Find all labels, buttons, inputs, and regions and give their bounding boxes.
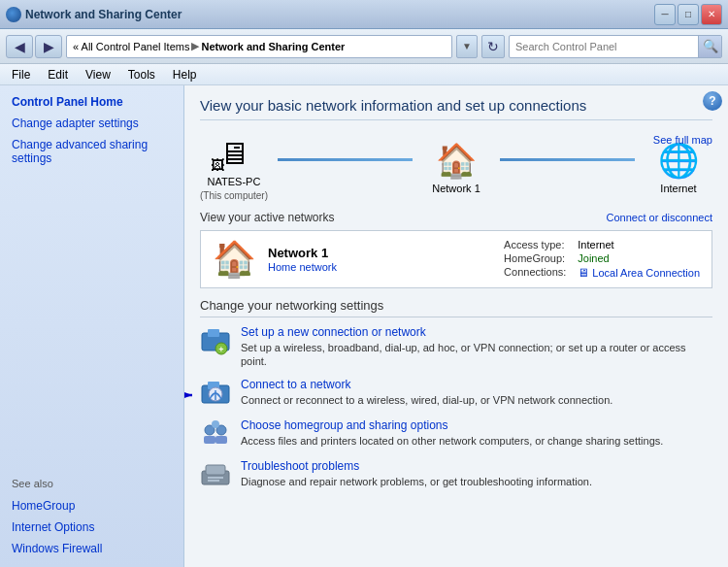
setting-item-2: Choose homegroup and sharing options Acc… bbox=[200, 418, 712, 450]
access-type-label: Access type: bbox=[504, 239, 566, 250]
connections-value[interactable]: 🖥 Local Area Connection bbox=[578, 266, 700, 280]
search-box: 🔍 bbox=[509, 35, 722, 58]
setting-item-3: Troubleshoot problems Diagnose and repai… bbox=[200, 459, 712, 490]
window-controls[interactable]: ─ □ ✕ bbox=[654, 4, 722, 25]
setting-desc-0: Set up a wireless, broadband, dial-up, a… bbox=[241, 342, 686, 367]
title-bar: Network and Sharing Center ─ □ ✕ bbox=[0, 0, 728, 29]
pc-label: NATES-PC bbox=[208, 176, 261, 187]
network-line-1 bbox=[278, 158, 413, 161]
minimize-button[interactable]: ─ bbox=[654, 4, 676, 25]
search-input[interactable] bbox=[510, 41, 698, 52]
active-network-box: 🏠 Network 1 Home network Access type: In… bbox=[200, 230, 712, 288]
address-part1: « All Control Panel Items bbox=[73, 41, 189, 52]
setting-icon-1 bbox=[200, 378, 231, 409]
network-house-icon: 🏠 bbox=[213, 239, 256, 280]
internet-icon: 🌐 bbox=[655, 141, 702, 180]
homegroup-value[interactable]: Joined bbox=[578, 252, 700, 264]
content-area: ? View your basic network information an… bbox=[184, 85, 728, 567]
menu-edit[interactable]: Edit bbox=[40, 66, 76, 83]
help-icon[interactable]: ? bbox=[703, 91, 722, 111]
net-node-internet: 🌐 Internet bbox=[645, 141, 712, 194]
setting-link-3[interactable]: Troubleshoot problems bbox=[241, 459, 712, 473]
setting-link-0[interactable]: Set up a new connection or network bbox=[241, 325, 712, 339]
svg-rect-13 bbox=[215, 436, 227, 444]
setting-icon-0: + bbox=[200, 325, 231, 356]
setting-desc-1: Connect or reconnect to a wireless, wire… bbox=[241, 394, 612, 406]
connect-disconnect-link[interactable]: Connect or disconnect bbox=[607, 212, 712, 223]
see-full-map-link[interactable]: See full map bbox=[653, 134, 712, 146]
menu-view[interactable]: View bbox=[78, 66, 118, 83]
address-separator: ▶ bbox=[191, 40, 199, 52]
address-dropdown[interactable]: ▼ bbox=[456, 35, 478, 58]
nav-buttons: ◀ ▶ bbox=[6, 35, 62, 58]
sidebar-see-also-label: See also bbox=[12, 478, 172, 489]
main-layout: Control Panel Home Change adapter settin… bbox=[0, 85, 728, 567]
homegroup-label: HomeGroup: bbox=[504, 252, 566, 264]
network-icon: 🏠 bbox=[433, 141, 480, 180]
pc-icon: 🖥 🖼 bbox=[211, 134, 257, 173]
arrow-annotation bbox=[184, 384, 200, 407]
pc-sublabel: (This computer) bbox=[200, 190, 268, 201]
net-node-network: 🏠 Network 1 bbox=[422, 141, 490, 194]
maximize-button[interactable]: □ bbox=[678, 4, 699, 25]
back-button[interactable]: ◀ bbox=[6, 35, 33, 58]
sidebar: Control Panel Home Change adapter settin… bbox=[0, 85, 184, 567]
setting-link-1[interactable]: Connect to a network bbox=[241, 378, 712, 391]
setting-text-1: Connect to a network Connect or reconnec… bbox=[241, 378, 712, 407]
window-icon bbox=[6, 7, 21, 22]
network-diagram: 🖥 🖼 NATES-PC (This computer) 🏠 Network 1… bbox=[200, 134, 712, 201]
active-networks-header: View your active networks Connect or dis… bbox=[200, 211, 712, 224]
sidebar-windows-firewall[interactable]: Windows Firewall bbox=[12, 542, 172, 555]
setting-icon-3 bbox=[200, 459, 231, 490]
access-type-value: Internet bbox=[578, 239, 700, 250]
address-field[interactable]: « All Control Panel Items ▶ Network and … bbox=[66, 35, 452, 58]
sidebar-internet-options[interactable]: Internet Options bbox=[12, 520, 172, 534]
address-bar: ◀ ▶ « All Control Panel Items ▶ Network … bbox=[0, 29, 728, 64]
address-part2: Network and Sharing Center bbox=[201, 41, 345, 52]
sidebar-homegroup[interactable]: HomeGroup bbox=[12, 499, 172, 513]
svg-point-14 bbox=[212, 420, 219, 428]
net-node-pc: 🖥 🖼 NATES-PC (This computer) bbox=[200, 134, 268, 201]
menu-bar: File Edit View Tools Help bbox=[0, 64, 728, 85]
network-info: Network 1 Home network bbox=[268, 246, 337, 274]
svg-text:+: + bbox=[218, 345, 223, 354]
network-details: Access type: Internet HomeGroup: Joined … bbox=[504, 239, 700, 280]
svg-rect-16 bbox=[206, 465, 225, 475]
setting-item-1: Connect to a network Connect or reconnec… bbox=[200, 378, 712, 409]
connections-label: Connections: bbox=[504, 266, 566, 280]
menu-tools[interactable]: Tools bbox=[120, 66, 163, 83]
title-bar-left: Network and Sharing Center bbox=[6, 7, 182, 22]
svg-rect-12 bbox=[204, 436, 215, 444]
svg-rect-1 bbox=[208, 329, 219, 337]
setting-desc-2: Access files and printers located on oth… bbox=[241, 435, 663, 447]
setting-link-2[interactable]: Choose homegroup and sharing options bbox=[241, 418, 712, 432]
setting-text-0: Set up a new connection or network Set u… bbox=[241, 325, 712, 368]
internet-label: Internet bbox=[660, 183, 696, 194]
menu-file[interactable]: File bbox=[4, 66, 38, 83]
menu-help[interactable]: Help bbox=[165, 66, 205, 83]
setting-text-2: Choose homegroup and sharing options Acc… bbox=[241, 418, 712, 448]
setting-item-0: + Set up a new connection or network Set… bbox=[200, 325, 712, 368]
content-title: View your basic network information and … bbox=[200, 97, 712, 120]
network-label: Network 1 bbox=[432, 183, 480, 194]
sidebar-change-adapter[interactable]: Change adapter settings bbox=[12, 117, 172, 130]
refresh-button[interactable]: ↻ bbox=[481, 35, 505, 58]
search-button[interactable]: 🔍 bbox=[698, 36, 721, 57]
network-name: Network 1 bbox=[268, 246, 337, 260]
setting-icon-2 bbox=[200, 418, 231, 450]
sidebar-control-panel-home[interactable]: Control Panel Home bbox=[12, 95, 172, 109]
window-title: Network and Sharing Center bbox=[25, 8, 182, 21]
network-type-link[interactable]: Home network bbox=[268, 261, 337, 273]
setting-desc-3: Diagnose and repair network problems, or… bbox=[241, 476, 592, 487]
sidebar-change-advanced[interactable]: Change advanced sharing settings bbox=[12, 138, 172, 165]
setting-text-3: Troubleshoot problems Diagnose and repai… bbox=[241, 459, 712, 488]
active-networks-label: View your active networks bbox=[200, 211, 335, 224]
network-line-2 bbox=[500, 158, 635, 161]
close-button[interactable]: ✕ bbox=[701, 4, 722, 25]
change-settings-title: Change your networking settings bbox=[200, 298, 712, 317]
forward-button[interactable]: ▶ bbox=[35, 35, 62, 58]
